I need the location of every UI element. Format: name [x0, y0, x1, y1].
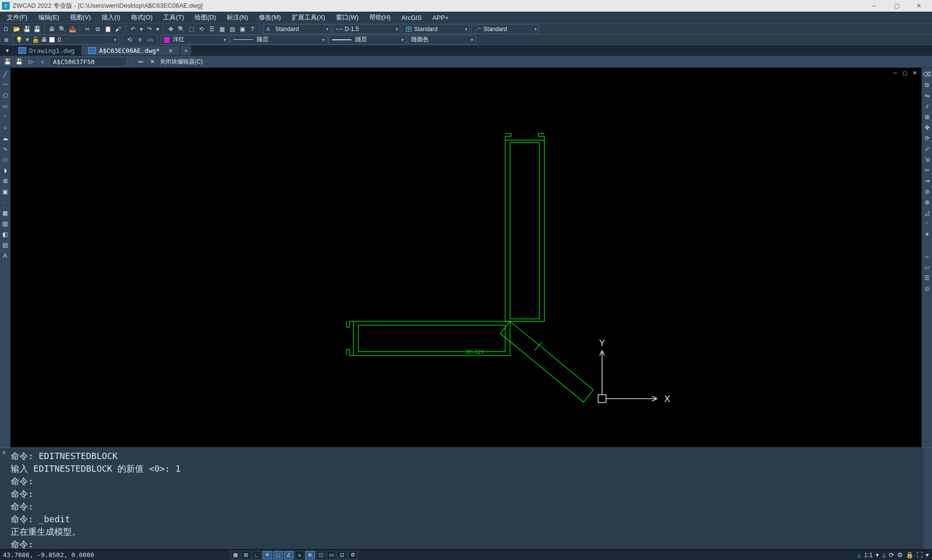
region-icon[interactable]: ◧ — [1, 230, 10, 239]
block-param-icon[interactable]: ≔ — [136, 57, 145, 66]
toolpalette-icon[interactable]: ▤ — [228, 25, 236, 33]
table-style-dropdown[interactable]: Standard — [402, 24, 470, 34]
coordinates[interactable]: 43.7086, -9.8502, 0.0000 — [3, 551, 94, 559]
menu-insert[interactable]: 插入(I) — [97, 12, 125, 23]
osnap-toggle[interactable]: □ — [273, 551, 283, 560]
revcloud-icon[interactable]: ☁ — [1, 134, 10, 143]
pline-icon[interactable]: 〰 — [1, 81, 10, 89]
cmd-close-icon[interactable]: ✕ — [0, 448, 8, 549]
calc-icon[interactable]: ▣ — [238, 25, 247, 33]
layer-state-icon[interactable]: ≡ — [135, 35, 144, 44]
model-toggle[interactable]: ▭ — [327, 551, 336, 560]
layer-manager-icon[interactable]: ≣ — [2, 35, 11, 44]
rotate-icon[interactable]: ⟳ — [923, 134, 932, 143]
matchprop-icon[interactable]: 🖌 — [114, 25, 122, 33]
designcenter-icon[interactable]: ▦ — [217, 25, 226, 33]
tab-drawing1[interactable]: Drawing1.dwg — [12, 46, 82, 55]
mirror-icon[interactable]: ⇋ — [923, 91, 932, 100]
tab-active[interactable]: A$C63EC06AE.dwg* ✕ — [82, 46, 180, 55]
rectangle-icon[interactable]: ▭ — [1, 102, 10, 111]
menu-edit[interactable]: 编辑(E) — [33, 12, 64, 23]
redo-dd-icon[interactable]: ▾ — [155, 25, 160, 33]
block-name-input[interactable] — [50, 57, 127, 66]
lineweight-dropdown[interactable]: 随层 — [329, 35, 406, 45]
trim-icon[interactable]: ✂ — [923, 166, 932, 175]
plot-icon[interactable]: 🖶 — [48, 25, 56, 33]
grid-toggle[interactable]: ▦ — [231, 551, 240, 560]
menu-window[interactable]: 窗口(W) — [331, 12, 364, 23]
block-save-icon[interactable]: 💾 — [3, 57, 12, 66]
menu-format[interactable]: 格式(O) — [126, 12, 158, 23]
polygon-icon[interactable]: ⬠ — [1, 91, 10, 100]
line-icon[interactable]: ╱ — [1, 70, 10, 79]
otrack-toggle[interactable]: ∠ — [284, 551, 294, 560]
undo-dd-icon[interactable]: ▾ — [139, 25, 144, 33]
layer-dropdown[interactable]: 💡 ☀ 🔓 🖶 0 — [12, 35, 119, 45]
block-close-icon[interactable]: ✕ — [148, 57, 157, 66]
annoauto-icon[interactable]: ⟳ — [889, 551, 894, 559]
open-icon[interactable]: 📂 — [12, 25, 21, 33]
arc-icon[interactable]: ◜ — [1, 113, 10, 121]
id-icon[interactable]: ⊙ — [923, 284, 932, 293]
menu-view[interactable]: 视图(V) — [65, 12, 96, 23]
explode-icon[interactable]: ✶ — [923, 230, 932, 239]
menu-dimension[interactable]: 标注(N) — [222, 12, 253, 23]
plotstyle-dropdown[interactable]: 随颜色 — [408, 35, 476, 45]
offset-icon[interactable]: ⫽ — [923, 102, 932, 111]
color-dropdown[interactable]: 洋红 — [161, 35, 229, 45]
menu-app[interactable]: APP+ — [428, 13, 454, 23]
dyn-toggle[interactable]: ⊕ — [305, 551, 315, 560]
vp-minimize-icon[interactable]: ─ — [891, 70, 899, 77]
layer-prev-icon[interactable]: ⟲ — [125, 35, 134, 44]
list-icon[interactable]: ☰ — [923, 274, 932, 282]
snap-toggle[interactable]: ⊞ — [241, 551, 251, 560]
text-style-dropdown[interactable]: A Standard — [263, 24, 331, 34]
menu-modify[interactable]: 修改(M) — [254, 12, 286, 23]
break-icon[interactable]: ⊘ — [923, 187, 932, 196]
scale-icon[interactable]: ⤢ — [923, 145, 932, 153]
lock-ui-icon[interactable]: 🔒 — [906, 551, 914, 559]
vp-maximize-icon[interactable]: ▢ — [901, 70, 909, 77]
move-icon[interactable]: ✥ — [923, 123, 932, 132]
menu-file[interactable]: 文件(F) — [2, 12, 33, 23]
block-autoconst-icon[interactable]: ⟐ — [38, 57, 47, 66]
annovis-icon[interactable]: ⍙ — [882, 551, 886, 559]
vp-close-icon[interactable]: ✕ — [911, 70, 918, 77]
help-icon[interactable]: ? — [248, 25, 257, 33]
mleader-style-dropdown[interactable]: Standard — [471, 24, 539, 34]
block-close-label[interactable]: 关闭块编辑器(C) — [160, 58, 203, 66]
preview-icon[interactable]: 🔍 — [58, 25, 67, 33]
minimize-button[interactable]: ─ — [863, 0, 885, 12]
menu-draw[interactable]: 绘图(D) — [190, 12, 221, 23]
customize-icon[interactable]: ▾ — [926, 551, 929, 559]
command-history[interactable]: 命令: EDITNESTEDBLOCK 输入 EDITNESTEDBLOCK 的… — [8, 448, 923, 549]
zoom-prev-icon[interactable]: ⟲ — [197, 25, 206, 33]
linetype-dropdown[interactable]: 随层 — [230, 35, 327, 45]
annoscale-dd-icon[interactable]: ▾ — [876, 551, 879, 559]
dist-icon[interactable]: ↔ — [923, 252, 932, 261]
polar-toggle[interactable]: ✛ — [263, 551, 272, 560]
close-button[interactable]: ✕ — [908, 0, 930, 12]
qp-toggle[interactable]: ⊡ — [337, 551, 347, 560]
stretch-icon[interactable]: ⇲ — [923, 155, 932, 164]
drawing-viewport[interactable]: ─ ▢ ✕ — [11, 68, 921, 447]
array-icon[interactable]: ⊞ — [923, 113, 932, 121]
tab-list-dropdown[interactable]: ▾ — [3, 46, 12, 55]
ellipsearc-icon[interactable]: ◗ — [1, 166, 10, 175]
chamfer-icon[interactable]: ◿ — [923, 209, 932, 217]
dim-style-dropdown[interactable]: D-1.5 — [333, 24, 400, 34]
insert-icon[interactable]: ⊞ — [1, 177, 10, 185]
save-icon[interactable]: 💾 — [22, 25, 31, 33]
publish-icon[interactable]: 📤 — [68, 25, 77, 33]
annoscale-value[interactable]: 1:1 — [864, 551, 873, 559]
ortho-toggle[interactable]: ∟ — [252, 551, 262, 560]
spline-icon[interactable]: ∿ — [1, 145, 10, 153]
join-icon[interactable]: ⊕ — [923, 198, 932, 207]
mtext-icon[interactable]: A — [1, 251, 10, 260]
tab-close-icon[interactable]: ✕ — [168, 47, 172, 54]
menu-arcgis[interactable]: ArcGIS — [397, 13, 427, 23]
redo-icon[interactable]: ↷ — [145, 25, 154, 33]
ellipse-icon[interactable]: ⬭ — [1, 155, 10, 164]
hatch-icon[interactable]: ▦ — [1, 209, 10, 217]
menu-help[interactable]: 帮助(H) — [365, 12, 396, 23]
